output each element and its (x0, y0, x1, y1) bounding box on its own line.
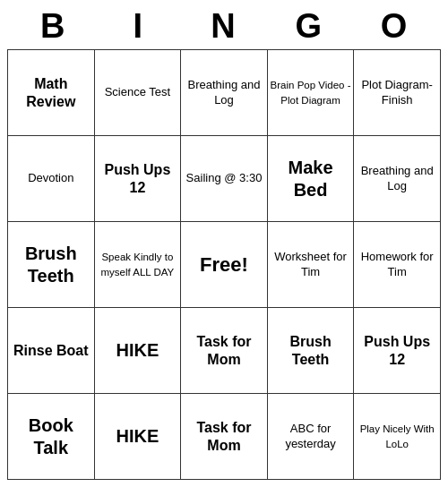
title-i: I (96, 7, 181, 46)
cell-3-2: Task for Mom (181, 308, 268, 394)
title-o: O (352, 7, 437, 46)
cell-1-1: Push Ups 12 (94, 136, 181, 222)
cell-0-1: Science Test (94, 50, 181, 136)
cell-3-4: Push Ups 12 (354, 308, 441, 394)
cell-4-2: Task for Mom (181, 394, 268, 480)
cell-4-3: ABC for yesterday (267, 394, 354, 480)
cell-1-3: Make Bed (267, 136, 354, 222)
cell-1-0: Devotion (8, 136, 95, 222)
cell-4-4: Play Nicely With LoLo (354, 394, 441, 480)
cell-0-3: Brain Pop Video - Plot Diagram (267, 50, 354, 136)
cell-4-1: HIKE (94, 394, 181, 480)
cell-3-0: Rinse Boat (8, 308, 95, 394)
cell-3-3: Brush Teeth (267, 308, 354, 394)
bingo-grid: Math ReviewScience TestBreathing and Log… (7, 49, 441, 480)
cell-0-2: Breathing and Log (181, 50, 268, 136)
cell-2-1: Speak Kindly to myself ALL DAY (94, 222, 181, 308)
cell-2-2: Free! (181, 222, 268, 308)
cell-4-0: Book Talk (8, 394, 95, 480)
title-b: B (11, 7, 96, 46)
title-g: G (267, 7, 352, 46)
bingo-title: B I N G O (7, 7, 441, 46)
cell-0-0: Math Review (8, 50, 95, 136)
cell-3-1: HIKE (94, 308, 181, 394)
cell-1-2: Sailing @ 3:30 (181, 136, 268, 222)
cell-2-3: Worksheet for Tim (267, 222, 354, 308)
title-n: N (181, 7, 266, 46)
cell-2-0: Brush Teeth (8, 222, 95, 308)
cell-2-4: Homework for Tim (354, 222, 441, 308)
cell-1-4: Breathing and Log (354, 136, 441, 222)
cell-0-4: Plot Diagram- Finish (354, 50, 441, 136)
